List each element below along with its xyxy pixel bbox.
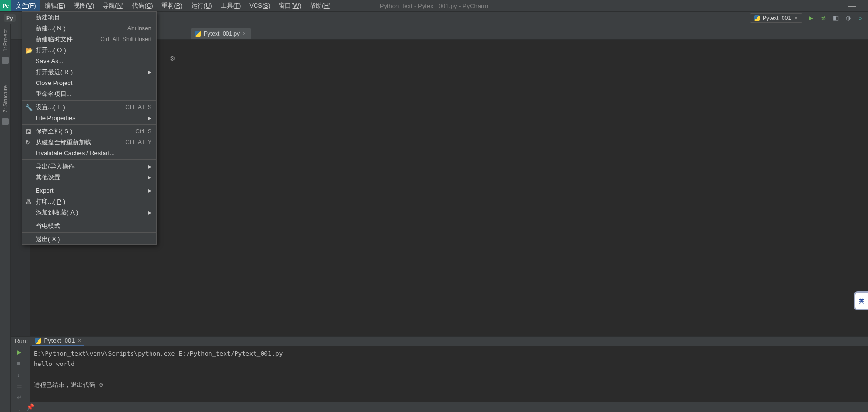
- menu-运[interactable]: 运行(U): [187, 0, 217, 11]
- file-menu-dropdown: 新建项目...新建...(N)Alt+Insert新建临时文件Ctrl+Alt+…: [22, 11, 157, 245]
- menu-separator: [22, 219, 156, 219]
- window-title: Python_text - Pytext_001.py - PyCharm: [380, 2, 488, 9]
- menubar: Pc 文件(F)编辑(E)视图(V)导航(N)代码(C)重构(R)运行(U)工具…: [0, 0, 868, 11]
- stop-icon[interactable]: ■: [17, 360, 24, 367]
- shortcut: Alt+Insert: [127, 25, 151, 32]
- menu-separator: [22, 100, 156, 101]
- run-config-tab[interactable]: Pytext_001 ×: [32, 337, 84, 346]
- menu-item[interactable]: 重命名项目...: [22, 88, 156, 99]
- tool-window-structure[interactable]: 7: Structure: [2, 83, 8, 115]
- menu-item[interactable]: 打开最近(R)▶: [22, 66, 156, 77]
- left-tool-strip: 1: Project 7: Structure: [0, 24, 11, 412]
- submenu-arrow-icon: ▶: [148, 175, 151, 180]
- rerun-icon[interactable]: ▶: [17, 348, 24, 356]
- menu-编[interactable]: 编辑(E): [40, 0, 69, 11]
- run-config-tab-label: Pytext_001: [44, 337, 75, 344]
- menu-item[interactable]: 导出/导入操作▶: [22, 161, 156, 172]
- reload-icon: ↻: [25, 139, 32, 146]
- menu-item[interactable]: Invalidate Caches / Restart...: [22, 148, 156, 159]
- menu-item[interactable]: 🔧设置...(T)Ctrl+Alt+S: [22, 102, 156, 112]
- print-icon: 🖶: [25, 198, 32, 205]
- file-tab-label: Pytext_001.py: [204, 30, 240, 37]
- python-icon: [35, 338, 41, 344]
- menu-item[interactable]: 📂打开...(O): [22, 45, 156, 56]
- python-icon: [754, 15, 760, 21]
- menu-separator: [22, 232, 156, 233]
- shortcut: Ctrl+S: [135, 128, 151, 135]
- file-tab-pytext[interactable]: Pytext_001.py ×: [191, 28, 251, 39]
- menu-代[interactable]: 代码(C): [128, 0, 157, 11]
- shortcut: Ctrl+Alt+Shift+Insert: [100, 36, 151, 43]
- menu-item[interactable]: 新建临时文件Ctrl+Alt+Shift+Insert: [22, 34, 156, 45]
- menu-item[interactable]: Save As...: [22, 56, 156, 66]
- run-configuration-select[interactable]: Pytext_001 ▼: [750, 13, 802, 23]
- debug-icon[interactable]: ☣: [820, 14, 827, 22]
- run-icon[interactable]: ▶: [807, 14, 815, 22]
- soft-wrap-icon[interactable]: ↵: [17, 394, 24, 402]
- submenu-arrow-icon: ▶: [148, 210, 151, 215]
- menu-item[interactable]: File Properties▶: [22, 112, 156, 123]
- run-configuration-name: Pytext_001: [763, 15, 791, 21]
- close-icon[interactable]: ×: [78, 337, 82, 344]
- layout-icon[interactable]: ☰: [17, 383, 24, 390]
- menu-视[interactable]: 视图(V): [69, 0, 98, 11]
- project-settings-icons: ⚙ —: [170, 55, 187, 62]
- menu-item[interactable]: ↻从磁盘全部重新加载Ctrl+Alt+Y: [22, 137, 156, 148]
- menu-导[interactable]: 导航(N): [98, 0, 128, 11]
- menu-帮[interactable]: 帮助(H): [305, 0, 335, 11]
- save-icon: 🖫: [25, 128, 32, 135]
- profile-icon[interactable]: ◑: [844, 14, 852, 22]
- menu-separator: [22, 124, 156, 125]
- pycharm-icon: Pc: [0, 0, 11, 11]
- search-icon[interactable]: ⌕: [857, 14, 864, 22]
- menu-item[interactable]: 省电模式: [22, 220, 156, 231]
- menu-文[interactable]: 文件(F): [11, 0, 40, 11]
- menu-item[interactable]: 其他设置▶: [22, 172, 156, 183]
- down-icon[interactable]: ↓: [17, 371, 24, 379]
- ime-indicator[interactable]: 英: [854, 291, 868, 310]
- minimize-button[interactable]: —: [848, 2, 856, 9]
- menu-窗[interactable]: 窗口(W): [274, 0, 305, 11]
- submenu-arrow-icon: ▶: [148, 115, 151, 121]
- run-tool-window: Run: Pytext_001 × ▶ ■ ↓ ☰ ↵ ⤓ E:\Python_…: [11, 336, 868, 412]
- menu-separator: [22, 184, 156, 184]
- bottom-strip: 📌: [22, 402, 868, 412]
- run-label: Run:: [15, 337, 28, 345]
- collapse-icon[interactable]: —: [180, 55, 187, 62]
- breadcrumb[interactable]: Py: [4, 14, 16, 22]
- submenu-arrow-icon: ▶: [148, 69, 151, 75]
- menu-item[interactable]: 新建...(N)Alt+Insert: [22, 23, 156, 34]
- menu-separator: [22, 159, 156, 160]
- menu-item[interactable]: 添加到收藏(A)▶: [22, 207, 156, 218]
- menu-item[interactable]: 🖫保存全部(S)Ctrl+S: [22, 126, 156, 137]
- chevron-down-icon: ▼: [794, 16, 798, 20]
- tool-window-project[interactable]: 1: Project: [2, 27, 8, 54]
- project-strip-icon[interactable]: [2, 57, 9, 64]
- shortcut: Ctrl+Alt+Y: [125, 139, 151, 146]
- menu-item[interactable]: 新建项目...: [22, 12, 156, 23]
- folder-icon: 📂: [25, 47, 32, 54]
- coverage-icon[interactable]: ◧: [832, 14, 840, 22]
- menu-重[interactable]: 重构(R): [157, 0, 187, 11]
- menu-item[interactable]: Export▶: [22, 185, 156, 196]
- gear-icon[interactable]: ⚙: [170, 55, 176, 62]
- python-file-icon: [195, 31, 201, 37]
- menu-item[interactable]: Close Project: [22, 77, 156, 88]
- submenu-arrow-icon: ▶: [148, 164, 151, 169]
- submenu-arrow-icon: ▶: [148, 188, 151, 193]
- close-tab-icon[interactable]: ×: [243, 30, 246, 37]
- menu-V[interactable]: VCS(S): [245, 0, 274, 11]
- shortcut: Ctrl+Alt+S: [125, 104, 151, 111]
- menu-item[interactable]: 退出(X): [22, 234, 156, 244]
- structure-strip-icon[interactable]: [2, 118, 9, 125]
- wrench-icon: 🔧: [25, 104, 32, 111]
- pin-icon[interactable]: 📌: [27, 403, 34, 411]
- menu-工[interactable]: 工具(T): [217, 0, 245, 11]
- menu-item[interactable]: 🖶打印...(P): [22, 196, 156, 207]
